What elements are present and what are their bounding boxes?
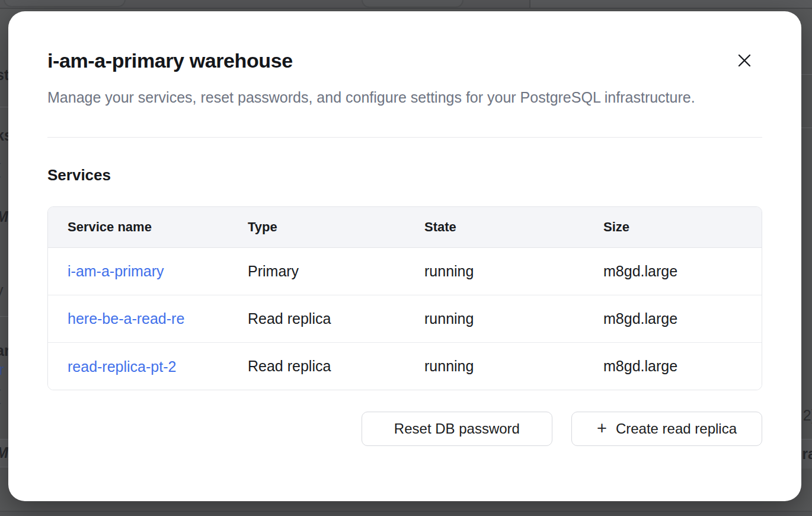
background-band <box>0 512 812 516</box>
divider <box>47 137 762 138</box>
page-title: i-am-a-primary warehouse <box>47 48 762 73</box>
table-row: i-am-a-primaryPrimaryrunningm8gd.large <box>48 247 762 295</box>
background-divider <box>0 467 8 467</box>
modal-footer: Reset DB password + Create read replica <box>47 412 762 446</box>
background-text-fragment: 2) <box>803 407 812 424</box>
background-text-fragment: ( <box>0 387 1 404</box>
column-header-type: Type <box>228 207 405 247</box>
modal-description: Manage your services, reset passwords, a… <box>47 85 723 110</box>
service-size-cell: m8gd.large <box>584 342 762 390</box>
background-text-fragment: ( <box>0 161 1 178</box>
service-type-cell: Read replica <box>228 295 405 342</box>
plus-icon: + <box>597 420 607 437</box>
table-row: read-replica-pt-2Read replicarunningm8gd… <box>48 342 762 390</box>
column-header-service-name: Service name <box>48 207 228 247</box>
service-size-cell: m8gd.large <box>584 247 762 295</box>
background-divider <box>0 316 8 317</box>
close-button[interactable] <box>735 51 754 70</box>
background-divider <box>801 74 812 75</box>
table-row: here-be-a-read-reRead replicarunningm8gd… <box>48 295 762 342</box>
service-state-cell: running <box>405 247 584 295</box>
background-divider <box>801 128 812 128</box>
service-name-cell: read-replica-pt-2 <box>48 342 228 390</box>
service-name-link[interactable]: i-am-a-primary <box>68 263 164 280</box>
services-table: Service name Type State Size i-am-a-prim… <box>47 206 762 390</box>
background-divider <box>0 107 8 107</box>
service-type-cell: Read replica <box>228 342 405 390</box>
create-read-replica-label: Create read replica <box>616 421 737 437</box>
column-header-state: State <box>405 207 584 247</box>
close-icon <box>737 53 752 68</box>
background-text-fragment: st <box>0 66 9 84</box>
create-read-replica-button[interactable]: + Create read replica <box>571 412 762 446</box>
background-card-fragment <box>362 0 463 8</box>
service-state-cell: running <box>405 342 584 390</box>
service-type-cell: Primary <box>228 247 405 295</box>
background-header-band <box>530 0 812 8</box>
service-modal: i-am-a-primary warehouse Manage your ser… <box>8 11 801 501</box>
background-text-fragment: ra <box>802 445 812 463</box>
services-table-body: i-am-a-primaryPrimaryrunningm8gd.largehe… <box>48 247 762 390</box>
reset-db-password-button[interactable]: Reset DB password <box>362 412 552 446</box>
background-text-fragment: y <box>0 282 4 299</box>
service-name-link[interactable]: here-be-a-read-re <box>68 310 184 327</box>
service-size-cell: m8gd.large <box>584 295 762 342</box>
column-header-size: Size <box>584 207 762 247</box>
services-section-title: Services <box>47 166 762 184</box>
service-name-link[interactable]: read-replica-pt-2 <box>68 358 176 375</box>
background-divider <box>0 8 812 9</box>
table-header-row: Service name Type State Size <box>48 207 762 247</box>
background-card-fragment: g <box>4 0 126 7</box>
service-state-cell: running <box>405 295 584 342</box>
service-name-cell: i-am-a-primary <box>48 247 228 295</box>
background-text-fragment: ir <box>0 361 4 378</box>
background-divider <box>529 0 530 8</box>
service-name-cell: here-be-a-read-re <box>48 295 228 342</box>
